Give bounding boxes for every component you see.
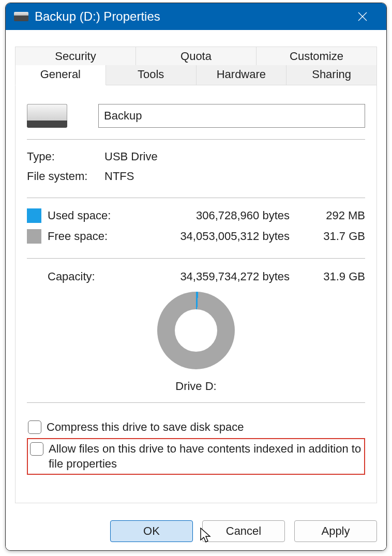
tab-tools[interactable]: Tools — [106, 65, 197, 85]
ok-button[interactable]: OK — [110, 520, 193, 542]
tab-strip: Security Quota Customize General Tools H… — [6, 47, 386, 85]
tab-general[interactable]: General — [15, 65, 106, 85]
drive-icon — [14, 12, 28, 21]
drive-large-icon — [27, 104, 67, 128]
filesystem-label: File system: — [27, 170, 104, 183]
indexing-option[interactable]: Allow files on this drive to have conten… — [27, 438, 365, 475]
compress-label: Compress this drive to save disk space — [47, 419, 364, 435]
dialog-buttons: OK Cancel Apply — [110, 520, 377, 542]
separator — [27, 139, 365, 140]
free-space-bytes: 34,053,005,312 bytes — [125, 230, 308, 243]
free-space-label: Free space: — [48, 230, 125, 243]
type-value: USB Drive — [104, 150, 158, 163]
free-space-swatch — [27, 229, 41, 244]
capacity-label: Capacity: — [27, 270, 125, 283]
tab-panel-general: Type: USB Drive File system: NTFS Used s… — [15, 85, 377, 503]
used-space-bytes: 306,728,960 bytes — [125, 209, 308, 222]
free-space-human: 31.7 GB — [308, 230, 365, 243]
drive-label: Drive D: — [27, 380, 365, 393]
type-label: Type: — [27, 150, 104, 163]
used-space-label: Used space: — [48, 209, 125, 222]
client-area: Security Quota Customize General Tools H… — [6, 30, 386, 550]
compress-checkbox[interactable] — [28, 420, 41, 434]
window-title: Backup (D:) Properties — [35, 9, 347, 24]
capacity-bytes: 34,359,734,272 bytes — [125, 270, 308, 283]
used-space-swatch — [27, 208, 41, 223]
usage-pie-chart — [157, 292, 235, 369]
close-icon — [357, 11, 368, 22]
compress-option[interactable]: Compress this drive to save disk space — [27, 416, 365, 438]
tab-security[interactable]: Security — [15, 47, 136, 65]
separator — [27, 198, 365, 198]
indexing-label: Allow files on this drive to have conten… — [49, 441, 362, 472]
close-button[interactable] — [347, 3, 378, 30]
space-table: Used space: 306,728,960 bytes 292 MB Fre… — [27, 205, 365, 247]
tab-quota[interactable]: Quota — [136, 47, 257, 65]
separator — [27, 258, 365, 259]
cancel-button[interactable]: Cancel — [202, 520, 285, 542]
indexing-checkbox[interactable] — [30, 442, 43, 456]
filesystem-value: NTFS — [104, 170, 134, 183]
separator — [27, 402, 365, 403]
titlebar[interactable]: Backup (D:) Properties — [6, 3, 386, 30]
apply-button[interactable]: Apply — [294, 520, 377, 542]
used-space-human: 292 MB — [308, 209, 365, 222]
capacity-human: 31.9 GB — [308, 270, 365, 283]
properties-dialog: Backup (D:) Properties Security Quota Cu… — [5, 3, 387, 551]
tab-sharing[interactable]: Sharing — [287, 65, 377, 85]
tab-hardware[interactable]: Hardware — [197, 65, 287, 85]
drive-name-input[interactable] — [98, 104, 365, 128]
tab-customize[interactable]: Customize — [257, 47, 377, 65]
